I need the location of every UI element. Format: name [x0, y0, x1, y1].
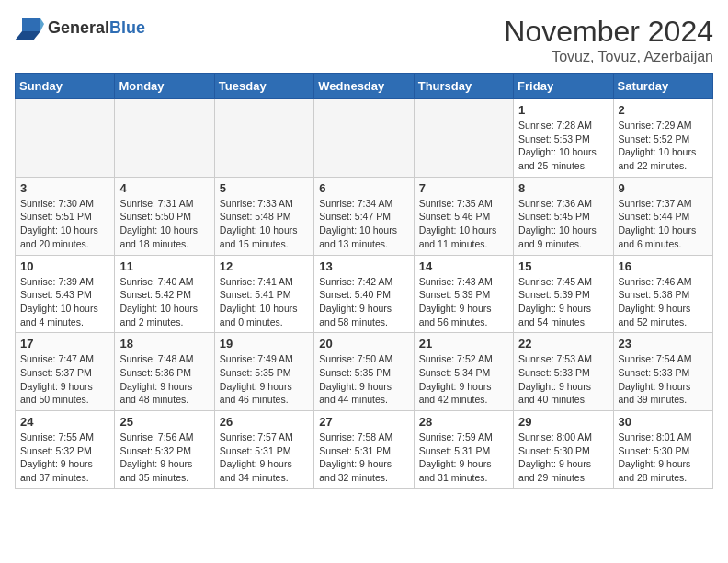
- title-block: November 2024 Tovuz, Tovuz, Azerbaijan: [504, 15, 713, 65]
- day-number: 1: [518, 103, 608, 117]
- weekday-header-friday: Friday: [514, 74, 613, 99]
- calendar-cell: [214, 99, 313, 178]
- day-number: 29: [518, 415, 608, 429]
- calendar-cell: 18Sunrise: 7:48 AM Sunset: 5:36 PM Dayli…: [115, 333, 214, 411]
- day-info: Sunrise: 7:43 AM Sunset: 5:39 PM Dayligh…: [419, 275, 508, 329]
- calendar-table: SundayMondayTuesdayWednesdayThursdayFrid…: [15, 73, 713, 489]
- calendar-cell: 9Sunrise: 7:37 AM Sunset: 5:44 PM Daylig…: [613, 177, 712, 255]
- page-header: GeneralBlue November 2024 Tovuz, Tovuz, …: [15, 15, 713, 65]
- day-info: Sunrise: 7:56 AM Sunset: 5:32 PM Dayligh…: [119, 431, 209, 485]
- day-info: Sunrise: 7:45 AM Sunset: 5:39 PM Dayligh…: [518, 275, 608, 329]
- day-number: 9: [619, 181, 708, 195]
- day-number: 16: [619, 259, 708, 273]
- calendar-cell: 14Sunrise: 7:43 AM Sunset: 5:39 PM Dayli…: [414, 255, 513, 333]
- calendar-cell: 29Sunrise: 8:00 AM Sunset: 5:30 PM Dayli…: [514, 411, 613, 489]
- calendar-cell: 13Sunrise: 7:42 AM Sunset: 5:40 PM Dayli…: [314, 255, 414, 333]
- day-number: 18: [119, 337, 209, 350]
- day-number: 10: [20, 259, 109, 273]
- day-number: 25: [119, 415, 209, 429]
- day-number: 12: [220, 259, 309, 273]
- calendar-cell: 16Sunrise: 7:46 AM Sunset: 5:38 PM Dayli…: [613, 255, 712, 333]
- day-number: 20: [319, 337, 408, 350]
- calendar-cell: 10Sunrise: 7:39 AM Sunset: 5:43 PM Dayli…: [16, 255, 115, 333]
- calendar-cell: 27Sunrise: 7:58 AM Sunset: 5:31 PM Dayli…: [314, 411, 414, 489]
- day-number: 7: [419, 181, 508, 195]
- day-info: Sunrise: 7:36 AM Sunset: 5:45 PM Dayligh…: [518, 197, 608, 251]
- calendar-cell: 5Sunrise: 7:33 AM Sunset: 5:48 PM Daylig…: [214, 177, 313, 255]
- weekday-header-monday: Monday: [115, 74, 214, 99]
- calendar-cell: 8Sunrise: 7:36 AM Sunset: 5:45 PM Daylig…: [514, 177, 613, 255]
- day-number: 23: [619, 337, 708, 350]
- weekday-header-thursday: Thursday: [414, 74, 513, 99]
- calendar-cell: 12Sunrise: 7:41 AM Sunset: 5:41 PM Dayli…: [214, 255, 313, 333]
- calendar-cell: 26Sunrise: 7:57 AM Sunset: 5:31 PM Dayli…: [214, 411, 313, 489]
- day-number: 24: [20, 415, 109, 429]
- calendar-cell: 19Sunrise: 7:49 AM Sunset: 5:35 PM Dayli…: [214, 333, 313, 411]
- day-info: Sunrise: 7:50 AM Sunset: 5:35 PM Dayligh…: [319, 352, 408, 407]
- weekday-header-tuesday: Tuesday: [214, 74, 313, 99]
- day-number: 15: [518, 259, 608, 273]
- calendar-cell: 30Sunrise: 8:01 AM Sunset: 5:30 PM Dayli…: [613, 411, 712, 489]
- day-number: 14: [419, 259, 508, 273]
- day-info: Sunrise: 7:52 AM Sunset: 5:34 PM Dayligh…: [419, 352, 508, 407]
- month-title: November 2024: [504, 15, 713, 49]
- day-number: 11: [119, 259, 209, 273]
- day-info: Sunrise: 7:42 AM Sunset: 5:40 PM Dayligh…: [319, 275, 408, 329]
- day-number: 22: [518, 337, 608, 350]
- day-number: 4: [119, 181, 209, 195]
- day-info: Sunrise: 7:55 AM Sunset: 5:32 PM Dayligh…: [20, 431, 109, 485]
- day-info: Sunrise: 8:00 AM Sunset: 5:30 PM Dayligh…: [518, 431, 608, 485]
- weekday-header-wednesday: Wednesday: [314, 74, 414, 99]
- calendar-cell: 11Sunrise: 7:40 AM Sunset: 5:42 PM Dayli…: [115, 255, 214, 333]
- calendar-cell: 2Sunrise: 7:29 AM Sunset: 5:52 PM Daylig…: [613, 99, 712, 178]
- day-number: 26: [220, 415, 309, 429]
- week-row-5: 24Sunrise: 7:55 AM Sunset: 5:32 PM Dayli…: [16, 411, 713, 489]
- calendar-cell: 21Sunrise: 7:52 AM Sunset: 5:34 PM Dayli…: [414, 333, 513, 411]
- calendar-cell: 3Sunrise: 7:30 AM Sunset: 5:51 PM Daylig…: [16, 177, 115, 255]
- day-number: 30: [619, 415, 708, 429]
- day-number: 5: [220, 181, 309, 195]
- calendar-cell: 28Sunrise: 7:59 AM Sunset: 5:31 PM Dayli…: [414, 411, 513, 489]
- calendar-cell: 22Sunrise: 7:53 AM Sunset: 5:33 PM Dayli…: [514, 333, 613, 411]
- day-info: Sunrise: 7:39 AM Sunset: 5:43 PM Dayligh…: [20, 275, 109, 329]
- day-number: 27: [319, 415, 408, 429]
- calendar-cell: 4Sunrise: 7:31 AM Sunset: 5:50 PM Daylig…: [115, 177, 214, 255]
- day-info: Sunrise: 7:30 AM Sunset: 5:51 PM Dayligh…: [20, 197, 109, 251]
- weekday-header-saturday: Saturday: [613, 74, 712, 99]
- week-row-1: 1Sunrise: 7:28 AM Sunset: 5:53 PM Daylig…: [16, 99, 713, 178]
- logo-icon: [15, 15, 44, 40]
- day-number: 13: [319, 259, 408, 273]
- calendar-cell: [115, 99, 214, 178]
- calendar-cell: 17Sunrise: 7:47 AM Sunset: 5:37 PM Dayli…: [16, 333, 115, 411]
- day-info: Sunrise: 7:35 AM Sunset: 5:46 PM Dayligh…: [419, 197, 508, 251]
- day-number: 17: [20, 337, 109, 350]
- calendar-cell: 23Sunrise: 7:54 AM Sunset: 5:33 PM Dayli…: [613, 333, 712, 411]
- day-info: Sunrise: 7:48 AM Sunset: 5:36 PM Dayligh…: [119, 352, 209, 407]
- svg-marker-1: [40, 18, 44, 31]
- day-info: Sunrise: 7:46 AM Sunset: 5:38 PM Dayligh…: [619, 275, 708, 329]
- calendar-cell: 25Sunrise: 7:56 AM Sunset: 5:32 PM Dayli…: [115, 411, 214, 489]
- day-info: Sunrise: 7:41 AM Sunset: 5:41 PM Dayligh…: [220, 275, 309, 329]
- day-number: 2: [619, 103, 708, 117]
- day-info: Sunrise: 7:54 AM Sunset: 5:33 PM Dayligh…: [619, 352, 708, 407]
- day-info: Sunrise: 8:01 AM Sunset: 5:30 PM Dayligh…: [619, 431, 708, 485]
- svg-marker-2: [15, 31, 40, 40]
- logo: GeneralBlue: [15, 15, 145, 40]
- week-row-3: 10Sunrise: 7:39 AM Sunset: 5:43 PM Dayli…: [16, 255, 713, 333]
- weekday-header-sunday: Sunday: [16, 74, 115, 99]
- day-info: Sunrise: 7:34 AM Sunset: 5:47 PM Dayligh…: [319, 197, 408, 251]
- calendar-cell: 1Sunrise: 7:28 AM Sunset: 5:53 PM Daylig…: [514, 99, 613, 178]
- day-info: Sunrise: 7:49 AM Sunset: 5:35 PM Dayligh…: [220, 352, 309, 407]
- day-number: 19: [220, 337, 309, 350]
- day-info: Sunrise: 7:37 AM Sunset: 5:44 PM Dayligh…: [619, 197, 708, 251]
- weekday-header-row: SundayMondayTuesdayWednesdayThursdayFrid…: [16, 74, 713, 99]
- week-row-2: 3Sunrise: 7:30 AM Sunset: 5:51 PM Daylig…: [16, 177, 713, 255]
- day-info: Sunrise: 7:57 AM Sunset: 5:31 PM Dayligh…: [220, 431, 309, 485]
- week-row-4: 17Sunrise: 7:47 AM Sunset: 5:37 PM Dayli…: [16, 333, 713, 411]
- svg-marker-0: [22, 18, 40, 31]
- day-info: Sunrise: 7:29 AM Sunset: 5:52 PM Dayligh…: [619, 119, 708, 173]
- day-info: Sunrise: 7:31 AM Sunset: 5:50 PM Dayligh…: [119, 197, 209, 251]
- calendar-cell: [314, 99, 414, 178]
- calendar-cell: 15Sunrise: 7:45 AM Sunset: 5:39 PM Dayli…: [514, 255, 613, 333]
- day-info: Sunrise: 7:58 AM Sunset: 5:31 PM Dayligh…: [319, 431, 408, 485]
